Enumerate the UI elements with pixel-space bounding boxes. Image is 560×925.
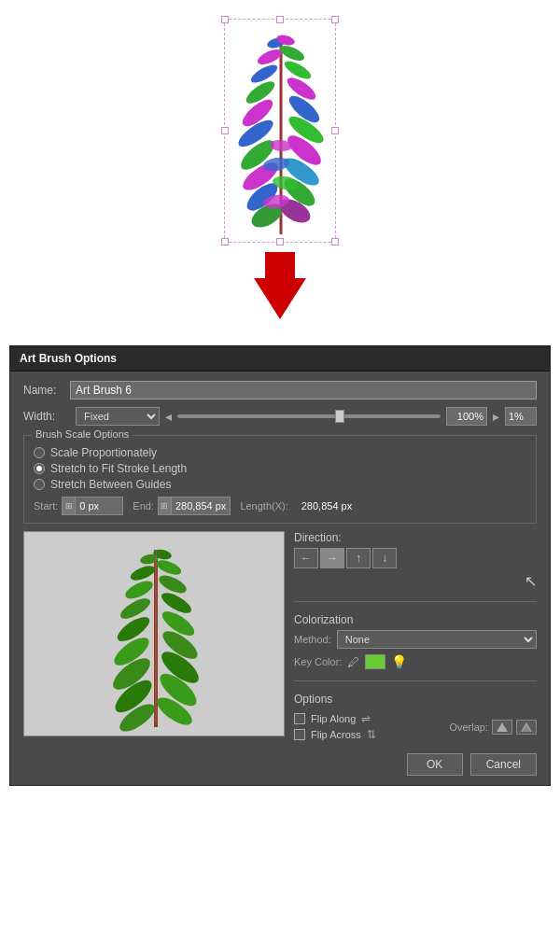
handle-br (331, 238, 339, 245)
svg-point-40 (129, 563, 157, 583)
end-stepper[interactable]: ⊞ (159, 498, 172, 514)
cancel-button[interactable]: Cancel (470, 753, 537, 776)
width-slider-container (177, 414, 441, 418)
end-value: 280,854 px (172, 500, 230, 512)
options-row: Flip Along ⇌ Flip Across ⇅ Overlap: (294, 709, 537, 744)
start-stepper[interactable]: ⊞ (63, 498, 76, 514)
start-field: Start: ⊞ 0 px (34, 497, 123, 515)
cursor-icon: ↖ (525, 573, 537, 589)
width-small-input[interactable] (505, 407, 537, 426)
flip-across-label: Flip Across (311, 729, 361, 740)
key-color-swatch[interactable] (365, 654, 385, 669)
svg-point-15 (248, 62, 280, 86)
radio-scale-proportionately[interactable] (34, 447, 45, 458)
dir-up-btn[interactable]: ↑ (346, 548, 371, 568)
brush-preview (23, 531, 285, 736)
svg-marker-45 (497, 722, 508, 732)
length-value: 280,854 px (298, 500, 356, 512)
handle-bl (221, 238, 229, 245)
dir-down-btn[interactable]: ↓ (372, 548, 397, 568)
overlap-row: Overlap: (449, 720, 537, 735)
ok-button[interactable]: OK (407, 753, 463, 776)
direction-label: Direction: (294, 531, 537, 544)
colorization-section: Colorization Method: NoneTintsTints and … (294, 613, 537, 669)
divider-1 (294, 601, 537, 602)
left-arrow-icon: ◂ (165, 409, 172, 424)
method-select[interactable]: NoneTintsTints and ShadesHue Shift (337, 630, 537, 649)
down-arrow (254, 252, 306, 319)
flip-across-icon: ⇅ (367, 728, 376, 741)
width-percent-input[interactable] (446, 407, 487, 426)
method-row: Method: NoneTintsTints and ShadesHue Shi… (294, 630, 537, 649)
svg-point-38 (123, 578, 156, 603)
plant-selection-canvas (224, 19, 336, 243)
width-select[interactable]: FixedPressureStylus WheelRandomTaper (76, 407, 160, 426)
svg-point-39 (157, 572, 189, 597)
overlap-label: Overlap: (449, 722, 488, 733)
button-row: OK Cancel (23, 753, 537, 776)
start-value: 0 px (76, 500, 122, 512)
tip-icon: 💡 (391, 654, 407, 669)
handle-tr (331, 16, 339, 23)
overlap-btn-1[interactable] (492, 720, 512, 735)
radio-stretch-guides-label: Stretch Between Guides (50, 478, 171, 491)
main-area: Direction: ← → ↑ ↓ ↖ Colorization (23, 531, 537, 744)
radio-scale-proportionately-label: Scale Proportionately (50, 446, 157, 459)
artwork-container (224, 9, 336, 319)
overlap-icon-1 (496, 722, 509, 733)
keycolor-row: Key Color: 🖊 💡 (294, 654, 537, 669)
width-label: Width: (23, 410, 70, 423)
eyedropper-icon[interactable]: 🖊 (347, 655, 359, 669)
options-title: Options (294, 693, 537, 706)
radio-stretch-fit[interactable] (34, 463, 45, 474)
flip-across-row: Flip Across ⇅ (294, 728, 449, 741)
flip-along-checkbox[interactable] (294, 713, 305, 724)
overlap-btn-2[interactable] (516, 720, 537, 735)
px-row: Start: ⊞ 0 px End: ⊞ 280,854 px Length(X… (34, 497, 526, 515)
overlap-icon-2 (520, 722, 533, 733)
width-slider-track[interactable] (177, 414, 441, 418)
name-input[interactable] (70, 381, 537, 399)
flip-along-icon: ⇌ (361, 712, 371, 725)
keycolor-label: Key Color: (294, 656, 342, 667)
top-area (0, 0, 560, 345)
dir-left-btn[interactable]: ← (294, 548, 318, 568)
dialog-titlebar: Art Brush Options (10, 346, 550, 371)
art-brush-dialog: Art Brush Options Name: Width: FixedPres… (9, 345, 551, 786)
end-input-container: ⊞ 280,854 px (158, 497, 231, 515)
handle-ml (221, 127, 229, 134)
width-slider-thumb[interactable] (335, 410, 344, 423)
dialog-title: Art Brush Options (20, 352, 117, 365)
dialog-content: Name: Width: FixedPressureStylus WheelRa… (10, 371, 550, 785)
method-label: Method: (294, 634, 331, 645)
radio-stretch-fit-label: Stretch to Fit Stroke Length (50, 462, 187, 475)
svg-point-41 (155, 557, 183, 578)
right-panel: Direction: ← → ↑ ↓ ↖ Colorization (294, 531, 537, 744)
options-left: Flip Along ⇌ Flip Across ⇅ (294, 709, 449, 744)
dir-right-btn[interactable]: → (320, 548, 344, 568)
divider-2 (294, 680, 537, 681)
start-label: Start: (34, 500, 58, 512)
brush-scale-section: Brush Scale Options Scale Proportionatel… (23, 435, 537, 524)
flip-across-checkbox[interactable] (294, 729, 305, 740)
start-input-container: ⊞ 0 px (62, 497, 123, 515)
end-field: End: ⊞ 280,854 px (133, 497, 231, 515)
plant-artwork (225, 20, 337, 244)
handle-tl (221, 16, 229, 23)
radio-stretch-guides[interactable] (34, 479, 45, 490)
options-section: Options Flip Along ⇌ Flip Across (294, 693, 537, 744)
handle-mr (331, 127, 339, 134)
length-label: Length(X): (240, 500, 287, 512)
name-row: Name: (23, 381, 537, 399)
cursor-area: ↖ (294, 572, 537, 590)
colorization-title: Colorization (294, 613, 537, 626)
radio-stretch-guides-row: Stretch Between Guides (34, 478, 526, 491)
width-row: Width: FixedPressureStylus WheelRandomTa… (23, 407, 537, 426)
preview-svg (89, 536, 219, 732)
flip-along-row: Flip Along ⇌ (294, 712, 449, 725)
radio-stretch-fit-row: Stretch to Fit Stroke Length (34, 462, 526, 475)
name-label: Name: (23, 384, 70, 397)
direction-buttons: ← → ↑ ↓ (294, 548, 537, 568)
right-arrow-icon: ▸ (493, 409, 499, 424)
flip-along-label: Flip Along (311, 713, 356, 724)
